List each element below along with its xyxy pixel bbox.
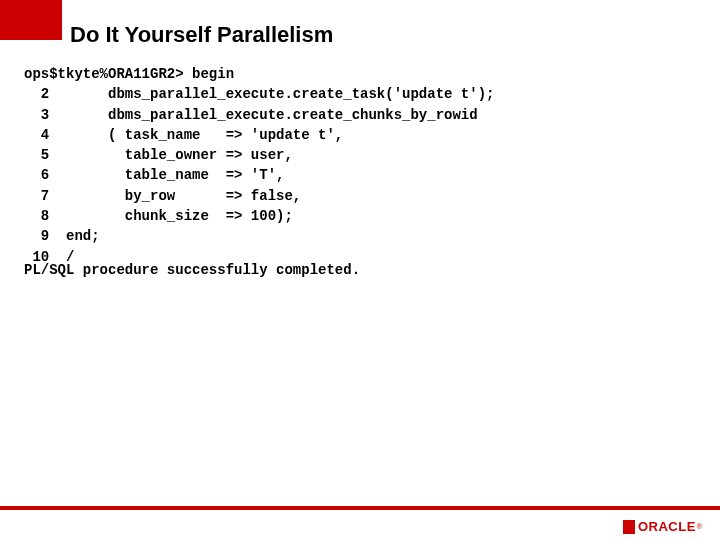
page-title: Do It Yourself Parallelism <box>70 22 333 48</box>
brand-corner-block <box>0 0 62 40</box>
code-line: 7 by_row => false, <box>24 188 301 204</box>
code-line: 4 ( task_name => 'update t', <box>24 127 343 143</box>
code-line: 5 table_owner => user, <box>24 147 293 163</box>
code-block: ops$tkyte%ORA11GR2> begin 2 dbms_paralle… <box>24 64 696 267</box>
registered-mark: ® <box>697 523 702 530</box>
code-line: 2 dbms_parallel_execute.create_task('upd… <box>24 86 494 102</box>
oracle-logo-icon <box>623 520 635 534</box>
code-line: 3 dbms_parallel_execute.create_chunks_by… <box>24 107 478 123</box>
code-line: 8 chunk_size => 100); <box>24 208 293 224</box>
code-line: 6 table_name => 'T', <box>24 167 284 183</box>
result-text: PL/SQL procedure successfully completed. <box>24 262 360 278</box>
code-line: 9 end; <box>24 228 100 244</box>
oracle-logo-text: ORACLE <box>638 519 696 534</box>
slide: Do It Yourself Parallelism ops$tkyte%ORA… <box>0 0 720 540</box>
code-line: ops$tkyte%ORA11GR2> begin <box>24 66 234 82</box>
oracle-logo: ORACLE® <box>623 519 702 534</box>
footer-divider <box>0 506 720 510</box>
